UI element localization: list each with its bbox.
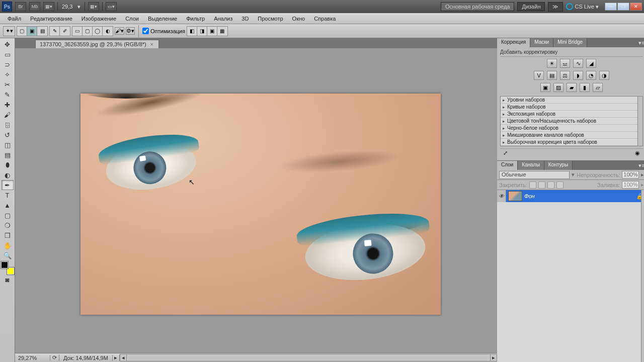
- menu-help[interactable]: Справка: [309, 14, 340, 23]
- dodge-tool-icon[interactable]: ◐: [2, 170, 14, 180]
- blend-mode-select[interactable]: Обычные: [499, 171, 570, 179]
- shape-tool-icon[interactable]: ▢: [2, 210, 14, 220]
- layer-thumbnail[interactable]: [508, 191, 522, 201]
- healing-tool-icon[interactable]: ✚: [2, 100, 14, 110]
- eraser-tool-icon[interactable]: ◫: [2, 140, 14, 150]
- adj-vibrance-icon[interactable]: V: [534, 71, 544, 80]
- scroll-right-icon[interactable]: ▸: [490, 354, 497, 361]
- screen-mode-icon[interactable]: ▭▾: [106, 2, 117, 11]
- hand-grid-icon[interactable]: ▦▾: [88, 2, 99, 11]
- menu-layer[interactable]: Слои: [121, 14, 143, 23]
- dropdown-icon[interactable]: ▸: [641, 182, 644, 188]
- lock-all-icon[interactable]: [556, 182, 564, 189]
- zoom-level-text[interactable]: 29,3: [61, 4, 73, 10]
- panel-menu-icon[interactable]: ▾≡: [637, 161, 644, 170]
- pen-tool-icon[interactable]: ✒: [2, 180, 14, 190]
- optimize-checkbox[interactable]: Оптимизация: [142, 28, 185, 34]
- adj-selcolor-icon[interactable]: ▱: [593, 83, 603, 92]
- adj-bw-icon[interactable]: ◗: [573, 71, 583, 80]
- preset-item[interactable]: Микширование каналов наборов: [501, 132, 642, 139]
- view-extras-icon[interactable]: ▦▾: [43, 2, 54, 11]
- adj-expand-icon[interactable]: ⤢: [503, 150, 508, 156]
- menu-filter[interactable]: Фильтр: [182, 14, 209, 23]
- adj-brightness-icon[interactable]: ☀: [547, 59, 557, 68]
- cslive-button[interactable]: CS Live ▾: [566, 3, 599, 10]
- tab-layers[interactable]: Слои: [497, 161, 518, 170]
- tab-channels[interactable]: Каналы: [518, 161, 544, 170]
- adj-exposure-icon[interactable]: ◢: [586, 59, 596, 68]
- workspace-design-button[interactable]: Дизайн: [517, 2, 545, 11]
- align2-icon[interactable]: ◨: [197, 27, 207, 36]
- crop-tool-icon[interactable]: ✂: [2, 79, 14, 89]
- panel-menu-icon[interactable]: ▾≡: [637, 38, 644, 47]
- selmode-sub-icon[interactable]: ▤: [37, 27, 47, 36]
- minimize-button[interactable]: —: [605, 3, 617, 11]
- preset-item[interactable]: Выборочная коррекция цвета наборов: [501, 139, 642, 146]
- menu-image[interactable]: Изображение: [77, 14, 121, 23]
- optimize-check-input[interactable]: [142, 28, 149, 34]
- layer-visibility-icon[interactable]: 👁: [497, 190, 506, 202]
- preset-item[interactable]: Цветовой тон/Насыщенность наборов: [501, 118, 642, 125]
- mode-brush-icon[interactable]: ✐: [60, 27, 70, 36]
- shape-rect-icon[interactable]: ▭: [72, 27, 83, 36]
- options-icon[interactable]: ⚙▾: [126, 27, 135, 35]
- adj-thresh-icon[interactable]: ▰: [567, 83, 577, 92]
- selmode-add-icon[interactable]: ▣: [27, 27, 37, 36]
- preset-scrollbar[interactable]: [637, 97, 642, 146]
- history-brush-tool-icon[interactable]: ↺: [2, 130, 14, 140]
- layer-row[interactable]: 👁 Фон 🔒: [497, 190, 644, 202]
- preset-item[interactable]: Уровни наборов: [501, 97, 642, 104]
- layer-scrollbar[interactable]: [641, 190, 644, 362]
- tab-masks[interactable]: Маски: [530, 38, 553, 47]
- marquee-tool-icon[interactable]: ▭: [2, 49, 14, 59]
- foreground-color-swatch[interactable]: [1, 261, 8, 268]
- opacity-value[interactable]: 100%: [622, 171, 639, 178]
- menu-3d[interactable]: 3D: [237, 14, 253, 23]
- type-tool-icon[interactable]: T: [2, 190, 14, 200]
- mode-point-icon[interactable]: ✎: [50, 27, 60, 36]
- move-tool-icon[interactable]: ✥: [2, 39, 14, 49]
- current-tool-icon[interactable]: ✦▾: [3, 26, 15, 36]
- 3d-tool-icon[interactable]: ❍: [2, 220, 14, 230]
- menu-window[interactable]: Окно: [288, 14, 310, 23]
- dropdown-icon[interactable]: ▾: [76, 4, 82, 10]
- align1-icon[interactable]: ◧: [187, 27, 197, 36]
- maximize-button[interactable]: ❐: [617, 3, 629, 11]
- adj-curves-icon[interactable]: ∿: [573, 59, 583, 68]
- status-menu-icon[interactable]: ▸: [113, 354, 120, 361]
- menu-file[interactable]: Файл: [3, 14, 26, 23]
- eyedropper-tool-icon[interactable]: ✎: [2, 89, 14, 100]
- color-swatches[interactable]: [1, 261, 14, 275]
- background-color-swatch[interactable]: [7, 267, 14, 275]
- lock-transparent-icon[interactable]: [529, 182, 536, 189]
- adj-clip-icon[interactable]: ◉: [635, 150, 640, 156]
- bridge-icon[interactable]: Br: [15, 2, 26, 11]
- layer-name-label[interactable]: Фон: [524, 193, 636, 199]
- stamp-tool-icon[interactable]: ⌹: [2, 120, 14, 130]
- align3-icon[interactable]: ▣: [207, 27, 217, 36]
- status-zoom[interactable]: 29,27%: [15, 355, 50, 361]
- adj-colorbal-icon[interactable]: ⚖: [560, 71, 570, 80]
- status-info-icon[interactable]: ⟳: [50, 354, 59, 361]
- adj-chmix-icon[interactable]: ◑: [599, 71, 609, 80]
- lock-position-icon[interactable]: [547, 182, 554, 189]
- status-docsize[interactable]: Док: 14,9М/14,9М: [59, 355, 113, 361]
- dropdown-icon[interactable]: ▸: [641, 171, 644, 178]
- brush-preset-icon[interactable]: 🖌▾: [115, 27, 124, 35]
- path-select-tool-icon[interactable]: ▲: [2, 200, 14, 210]
- lasso-tool-icon[interactable]: ⊃: [2, 59, 14, 69]
- adj-gradmap-icon[interactable]: ▮: [580, 83, 590, 92]
- 3dcam-tool-icon[interactable]: ❒: [2, 230, 14, 240]
- canvas-viewport[interactable]: ↖: [15, 48, 497, 353]
- minibridge-icon[interactable]: Mb: [29, 2, 40, 11]
- close-tab-icon[interactable]: ×: [149, 42, 154, 47]
- shape-blob-icon[interactable]: ◐: [103, 27, 113, 36]
- adj-poster-icon[interactable]: ▨: [553, 83, 564, 92]
- adj-levels-icon[interactable]: ⚍: [560, 59, 570, 68]
- quickmask-icon[interactable]: ◙: [2, 275, 14, 285]
- tab-adjustments[interactable]: Коррекция: [497, 38, 530, 47]
- tab-paths[interactable]: Контуры: [544, 161, 573, 170]
- shape-roundrect-icon[interactable]: ▢: [83, 27, 93, 36]
- menu-edit[interactable]: Редактирование: [26, 14, 77, 23]
- blur-tool-icon[interactable]: ⬮: [2, 160, 14, 170]
